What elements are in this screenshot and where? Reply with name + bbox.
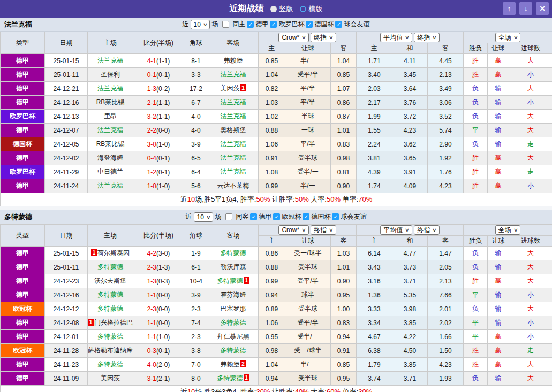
odds-away-cell: 0.91	[331, 344, 357, 358]
result-letter: 负	[472, 249, 479, 257]
odds-away-cell: 1.00	[331, 302, 357, 316]
odds-home-cell: 0.99	[259, 274, 285, 288]
table-row: 德甲24-12-16RB莱比锡2-1(1-1)6-7法兰克福1.03平/半0.8…	[1, 96, 552, 110]
score-cell: 3-0(1-0)	[133, 137, 184, 151]
odds-time-select-2[interactable]: 终指∨	[414, 33, 440, 42]
league-checkbox-3[interactable]: ✓	[332, 213, 339, 220]
avg-draw-cell: 3.71	[392, 372, 428, 386]
league-checkbox-0[interactable]: ✓	[247, 21, 254, 28]
result-letter: 大	[527, 112, 534, 120]
fulltime-score: 3-1	[147, 375, 156, 382]
away-team-cell: 美因茨1	[208, 82, 259, 96]
fulltime-score: 1-1	[147, 333, 156, 341]
away-team-cell: 云达不莱梅	[208, 179, 259, 193]
league-checkbox-1[interactable]: ✓	[270, 21, 277, 28]
avg-home-cell: 1.79	[357, 358, 392, 372]
date-cell: 25-01-11	[45, 68, 88, 82]
league-type-cell: 欧罗巴杯	[1, 165, 45, 179]
move-down-button[interactable]: ↓	[519, 2, 532, 15]
league-checkbox-3[interactable]: ✓	[335, 21, 342, 28]
average-select[interactable]: 平均值∨	[380, 33, 412, 42]
same-venue-label: 同主	[232, 20, 245, 29]
score-cell: 2-2(0-0)	[133, 124, 184, 137]
match-count-select[interactable]: 10∨	[191, 20, 210, 29]
avg-home-cell: 2.17	[357, 96, 392, 110]
halftime-score: (2-0)	[156, 361, 170, 368]
league-checkbox-1[interactable]: ✓	[273, 213, 280, 220]
halftime-score: (1-3)	[156, 264, 170, 271]
result-wdl-cell: 负	[464, 82, 488, 96]
table-row: 德甲24-12-07法兰克福2-2(0-0)4-0奥格斯堡0.88一球1.011…	[1, 124, 552, 137]
odds-source-header: Crow*∨ 终指∨	[259, 225, 357, 236]
halftime-score: (1-0)	[156, 182, 170, 190]
date-cell: 24-11-09	[45, 372, 88, 386]
avg-away-cell: 3.49	[428, 82, 464, 96]
odds-time-select-1[interactable]: 终指∨	[311, 225, 336, 235]
section-gap	[0, 206, 552, 210]
home-team-name: 多特蒙德	[97, 263, 123, 271]
odds-time-select-2[interactable]: 终指∨	[414, 225, 440, 235]
average-select-value: 平均值	[383, 226, 403, 235]
same-venue-checkbox[interactable]	[225, 213, 232, 220]
same-venue-label: 同客	[236, 212, 248, 221]
odds-time-select-1[interactable]: 终指∨	[311, 33, 336, 42]
result-letter: 输	[495, 140, 502, 148]
result-goals-cell: 走	[509, 137, 552, 151]
fulltime-score: 2-3	[147, 264, 156, 271]
check-icon: ✓	[334, 214, 338, 220]
result-letter: 小	[527, 333, 534, 340]
handicap-cell: 受半/一	[285, 165, 331, 179]
result-wdl-cell: 胜	[464, 358, 488, 372]
home-team-cell: 法兰克福	[88, 82, 133, 96]
result-wdl-cell: 平	[464, 330, 488, 344]
match-scope-select[interactable]: 全场∨	[495, 225, 521, 235]
league-checkbox-label: 欧冠杯	[282, 212, 301, 221]
result-wdl-cell: 胜	[464, 344, 488, 358]
corners-cell: 10-4	[184, 274, 208, 288]
away-team-cell: 奥格斯堡	[208, 124, 259, 137]
summary-row: 近10场,胜5平1负4, 胜率:50% 让胜率:50% 大率:50% 单率:70…	[1, 193, 552, 206]
odds-home-cell: 0.88	[259, 124, 285, 137]
sub-col-header: 进球数	[509, 43, 552, 54]
match-count-select[interactable]: 10∨	[194, 212, 214, 222]
radio-selected-icon[interactable]	[270, 6, 277, 12]
home-team-name: 多特蒙德	[97, 305, 123, 312]
match-count-select-value: 10	[197, 213, 204, 221]
result-handicap-cell: 赢	[488, 274, 509, 288]
avg-draw-cell: 3.45	[392, 68, 428, 82]
halftime-score: (0-0)	[156, 127, 170, 134]
league-checkbox-label: 德甲	[255, 20, 268, 29]
match-scope-select[interactable]: 全场∨	[495, 33, 521, 42]
result-letter: 输	[495, 126, 502, 134]
result-letter: 胜	[472, 347, 479, 354]
average-select[interactable]: 平均值∨	[380, 225, 412, 235]
result-letter: 平	[472, 291, 479, 298]
bookmaker-select[interactable]: Crow*∨	[278, 33, 308, 42]
away-team-cell: 法兰克福	[208, 110, 259, 124]
result-letter: 胜	[472, 57, 479, 64]
move-up-button[interactable]: ↑	[503, 2, 516, 15]
avg-draw-cell: 3.73	[392, 260, 428, 274]
home-team-name: 中日德兰	[97, 168, 123, 175]
bookmaker-select[interactable]: Crow*∨	[278, 225, 308, 235]
league-checkbox-0[interactable]: ✓	[250, 213, 257, 220]
avg-home-cell: 1.55	[357, 124, 392, 137]
team-section-0: 法兰克福近10∨场同主✓德甲✓欧罗巴杯✓德国杯✓球会友谊类型日期主场比分(半场)…	[0, 18, 552, 210]
radio-unselected-icon[interactable]	[300, 6, 306, 12]
league-checkbox-2[interactable]: ✓	[306, 21, 313, 28]
avg-draw-cell: 4.23	[392, 124, 428, 137]
layout-radio-horizontal[interactable]: 横版	[300, 4, 323, 14]
layout-radio-vertical[interactable]: 竖版	[270, 4, 293, 14]
same-venue-checkbox[interactable]	[222, 21, 229, 28]
odds-time-select-1-value: 终指	[314, 33, 327, 42]
avg-away-cell: 2.01	[428, 302, 464, 316]
away-team-cell: 多特蒙德	[208, 247, 259, 260]
date-cell: 24-11-29	[45, 165, 88, 179]
arrow-down-icon: ↓	[524, 5, 528, 12]
result-handicap-cell: 赢	[488, 330, 509, 344]
close-button[interactable]: ✕	[536, 2, 549, 15]
league-checkbox-2[interactable]: ✓	[303, 213, 309, 220]
result-letter: 负	[472, 112, 479, 120]
table-row: 德甲25-01-11多特蒙德2-3(1-3)6-1勒沃库森0.88受半球1.01…	[1, 260, 552, 274]
odds-away-cell: 0.86	[331, 96, 357, 110]
